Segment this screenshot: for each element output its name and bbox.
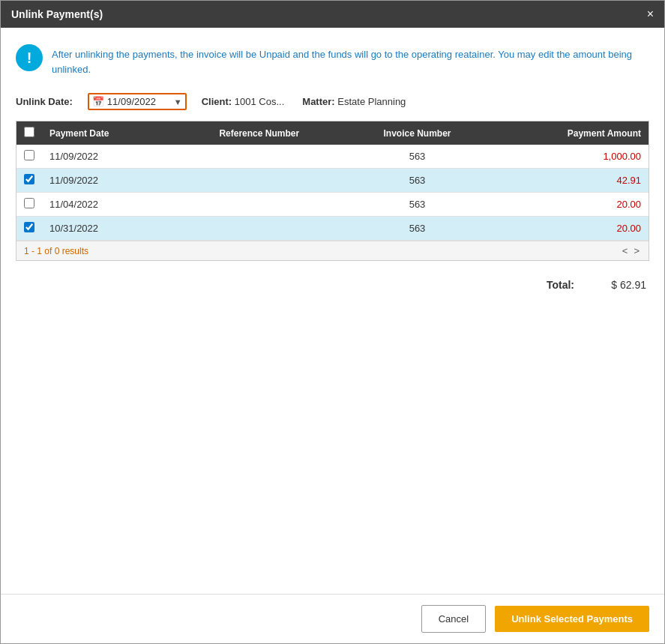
info-icon: ! <box>16 44 43 71</box>
row-payment-date: 11/09/2022 <box>42 169 175 193</box>
select-all-checkbox[interactable] <box>24 127 34 137</box>
calendar-icon: 📅 <box>92 96 104 107</box>
table-row: 10/31/202256320.00 <box>16 217 649 241</box>
row-payment-amount: 1,000.00 <box>490 145 649 169</box>
row-payment-amount: 20.00 <box>490 193 649 217</box>
dialog-title: Unlink Payment(s) <box>11 8 103 20</box>
row-reference-number <box>175 193 344 217</box>
info-banner: ! After unlinking the payments, the invo… <box>16 41 649 79</box>
unlink-date-label: Unlink Date: <box>16 96 73 107</box>
pagination-row: 1 - 1 of 0 results < > <box>16 241 649 260</box>
header-invoice-number: Invoice Number <box>344 121 491 145</box>
close-button[interactable]: × <box>647 8 654 20</box>
date-picker-wrapper[interactable]: 📅 ▼ <box>88 93 187 110</box>
row-reference-number <box>175 217 344 241</box>
content-area: ! After unlinking the payments, the invo… <box>1 28 664 594</box>
table-row: 11/09/20225631,000.00 <box>16 145 649 169</box>
pagination-text: 1 - 1 of 0 results <box>24 246 88 256</box>
payments-table: Payment Date Reference Number Invoice Nu… <box>16 121 649 241</box>
payments-table-container: Payment Date Reference Number Invoice Nu… <box>16 121 649 261</box>
row-payment-amount: 20.00 <box>490 217 649 241</box>
info-message: After unlinking the payments, the invoic… <box>52 44 649 76</box>
row-checkbox[interactable] <box>24 150 34 160</box>
row-checkbox[interactable] <box>24 174 34 184</box>
row-checkbox-cell[interactable] <box>16 217 42 241</box>
row-invoice-number: 563 <box>344 169 491 193</box>
total-value: $ 62.91 <box>586 279 646 291</box>
dialog-footer: Cancel Unlink Selected Payments <box>1 594 664 643</box>
header-payment-amount: Payment Amount <box>490 121 649 145</box>
cancel-button[interactable]: Cancel <box>421 605 486 633</box>
header-reference-number: Reference Number <box>175 121 344 145</box>
dialog-unlink-payments: Unlink Payment(s) × ! After unlinking th… <box>0 0 665 644</box>
row-checkbox-cell[interactable] <box>16 193 42 217</box>
table-body: 11/09/20225631,000.0011/09/202256342.911… <box>16 145 649 241</box>
row-checkbox-cell[interactable] <box>16 169 42 193</box>
row-checkbox[interactable] <box>24 222 34 232</box>
unlink-selected-payments-button[interactable]: Unlink Selected Payments <box>495 606 649 632</box>
header-checkbox-cell[interactable] <box>16 121 42 145</box>
total-label: Total: <box>547 279 574 291</box>
pagination-nav: < > <box>621 245 641 256</box>
row-payment-date: 11/04/2022 <box>42 193 175 217</box>
row-invoice-number: 563 <box>344 145 491 169</box>
matter-value: Estate Planning <box>337 96 406 107</box>
row-payment-amount: 42.91 <box>490 169 649 193</box>
matter-label: Matter: <box>302 96 334 107</box>
title-bar: Unlink Payment(s) × <box>1 1 664 28</box>
row-payment-date: 10/31/2022 <box>42 217 175 241</box>
client-matter: Client: 1001 Cos... Matter: Estate Plann… <box>202 96 406 107</box>
next-page-button[interactable]: > <box>632 245 641 256</box>
date-dropdown-arrow[interactable]: ▼ <box>174 97 182 106</box>
row-invoice-number: 563 <box>344 217 491 241</box>
row-checkbox-cell[interactable] <box>16 145 42 169</box>
table-row: 11/04/202256320.00 <box>16 193 649 217</box>
prev-page-button[interactable]: < <box>621 245 630 256</box>
row-checkbox[interactable] <box>24 198 34 208</box>
row-reference-number <box>175 145 344 169</box>
table-header-row: Payment Date Reference Number Invoice Nu… <box>16 121 649 145</box>
client-value: 1001 Cos... <box>235 96 285 107</box>
header-payment-date: Payment Date <box>42 121 175 145</box>
filter-row: Unlink Date: 📅 ▼ Client: 1001 Cos... Mat… <box>16 93 649 110</box>
table-row: 11/09/202256342.91 <box>16 169 649 193</box>
unlink-date-input[interactable] <box>107 96 171 107</box>
total-row: Total: $ 62.91 <box>16 271 649 298</box>
client-label: Client: <box>202 96 232 107</box>
row-payment-date: 11/09/2022 <box>42 145 175 169</box>
row-reference-number <box>175 169 344 193</box>
row-invoice-number: 563 <box>344 193 491 217</box>
